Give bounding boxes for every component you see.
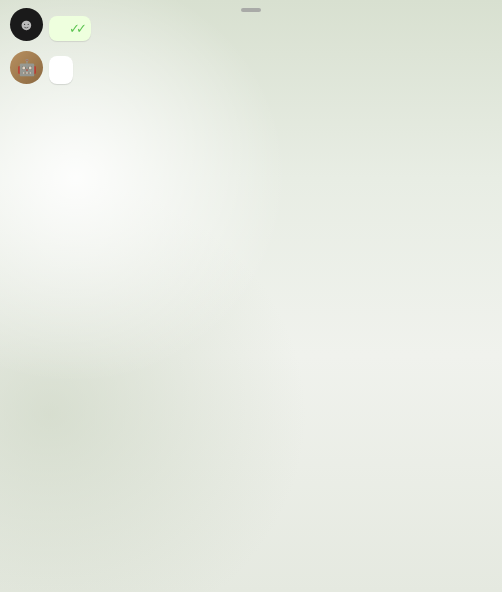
bot-avatar[interactable]: 🤖: [10, 51, 43, 84]
outgoing-bubble[interactable]: ✓✓: [49, 16, 91, 41]
outgoing-message-row: ☻ ✓✓: [10, 8, 492, 41]
user-avatar[interactable]: ☻: [10, 8, 43, 41]
chat-area: ☻ ✓✓ 🤖: [0, 0, 502, 92]
incoming-bubble[interactable]: [49, 56, 73, 84]
avatar-placeholder-icon: ☻: [10, 8, 43, 41]
date-badge: [241, 8, 261, 12]
read-checks-icon: ✓✓: [69, 21, 83, 36]
incoming-message-row: 🤖: [10, 51, 492, 84]
bot-avatar-icon: 🤖: [10, 51, 43, 84]
